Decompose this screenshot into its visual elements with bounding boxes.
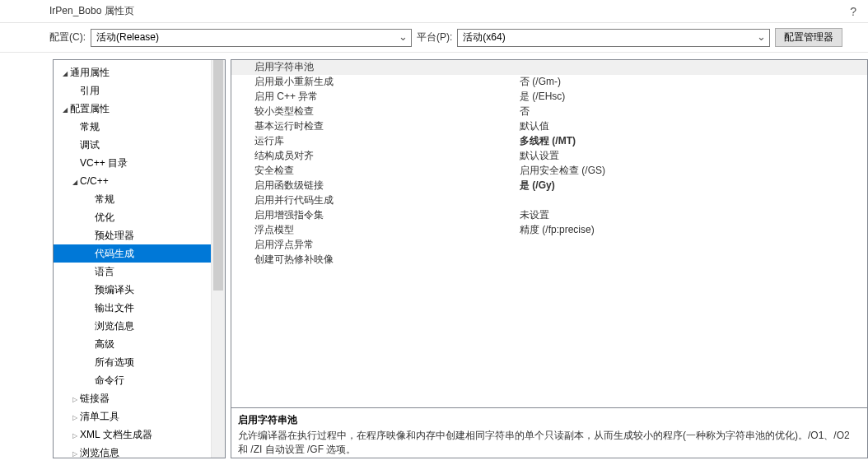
chevron-down-icon — [60, 68, 70, 77]
description-panel: 启用字符串池 允许编译器在执行过程中，在程序映像和内存中创建相同字符串的单个只读… — [231, 407, 868, 458]
property-row[interactable]: 运行库多线程 (/MT) — [231, 134, 867, 149]
property-label: 启用最小重新生成 — [231, 75, 520, 89]
config-value: 活动(Release) — [96, 30, 159, 44]
toolbar: 配置(C): 活动(Release) 平台(P): 活动(x64) 配置管理器 — [0, 23, 868, 53]
tree-vcdirs[interactable]: VC++ 目录 — [54, 154, 225, 172]
tree-scrollbar[interactable] — [211, 60, 225, 458]
property-value[interactable]: 默认设置 — [520, 149, 867, 163]
tree-ccpp-cmdline[interactable]: 命令行 — [54, 371, 225, 389]
tree-xmlgen[interactable]: XML 文档生成器 — [54, 425, 225, 444]
config-manager-button[interactable]: 配置管理器 — [775, 28, 842, 47]
property-value[interactable]: 精度 (/fp:precise) — [520, 223, 867, 237]
platform-value: 活动(x64) — [463, 30, 505, 44]
property-row[interactable]: 浮点模型精度 (/fp:precise) — [231, 223, 867, 238]
property-label: 结构成员对齐 — [231, 149, 520, 163]
tree-ccpp-general[interactable]: 常规 — [54, 190, 225, 208]
chevron-right-icon — [70, 449, 80, 458]
property-row[interactable]: 创建可热修补映像 — [231, 253, 867, 267]
property-value[interactable]: 否 (/Gm-) — [520, 75, 867, 89]
tree-linker[interactable]: 链接器 — [54, 389, 225, 407]
property-label: 基本运行时检查 — [231, 119, 520, 133]
tree-reference[interactable]: 引用 — [54, 81, 225, 100]
description-text: 允许编译器在执行过程中，在程序映像和内存中创建相同字符串的单个只读副本，从而生成… — [238, 429, 861, 457]
scrollbar-thumb[interactable] — [213, 60, 223, 291]
tree-ccpp-precomp[interactable]: 预编译头 — [54, 281, 225, 299]
property-value[interactable]: 是 (/EHsc) — [520, 90, 867, 104]
property-grid: 启用字符串池启用最小重新生成否 (/Gm-)启用 C++ 异常是 (/EHsc)… — [231, 59, 868, 407]
tree-config-props[interactable]: 配置属性 — [54, 100, 225, 118]
description-title: 启用字符串池 — [238, 413, 861, 427]
tree-ccpp[interactable]: C/C++ — [54, 172, 225, 190]
property-value[interactable]: 启用安全检查 (/GS) — [520, 164, 867, 178]
tree-panel: 通用属性 引用 配置属性 常规 调试 VC++ 目录 C/C++ 常规 优化 预… — [53, 59, 226, 458]
right-pane: 启用字符串池启用最小重新生成否 (/Gm-)启用 C++ 异常是 (/EHsc)… — [231, 59, 868, 458]
property-label: 启用 C++ 异常 — [231, 90, 520, 104]
main-area: 通用属性 引用 配置属性 常规 调试 VC++ 目录 C/C++ 常规 优化 预… — [0, 53, 868, 465]
platform-label: 平台(P): — [417, 30, 452, 44]
property-value[interactable]: 否 — [520, 105, 867, 119]
property-label: 较小类型检查 — [231, 105, 520, 119]
tree-ccpp-preproc[interactable]: 预处理器 — [54, 226, 225, 244]
tree-ccpp-lang[interactable]: 语言 — [54, 263, 225, 281]
chevron-down-icon — [70, 177, 80, 186]
property-row[interactable]: 安全检查启用安全检查 (/GS) — [231, 164, 867, 179]
property-row[interactable]: 启用函数级链接是 (/Gy) — [231, 179, 867, 193]
property-row[interactable]: 启用浮点异常 — [231, 238, 867, 253]
tree-browseinfo[interactable]: 浏览信息 — [54, 444, 225, 462]
tree-ccpp-advanced[interactable]: 高级 — [54, 335, 225, 353]
property-label: 浮点模型 — [231, 223, 520, 237]
tree-manifest[interactable]: 清单工具 — [54, 407, 225, 425]
window-title: IrPen_Bobo 属性页 — [49, 4, 134, 18]
property-label: 启用并行代码生成 — [231, 193, 520, 207]
property-label: 启用增强指令集 — [231, 208, 520, 222]
property-label: 启用字符串池 — [231, 60, 520, 74]
property-label: 运行库 — [231, 134, 520, 148]
chevron-right-icon — [70, 394, 80, 403]
nav-tree: 通用属性 引用 配置属性 常规 调试 VC++ 目录 C/C++ 常规 优化 预… — [54, 60, 225, 465]
property-value[interactable]: 未设置 — [520, 208, 867, 222]
property-label: 创建可热修补映像 — [231, 253, 520, 267]
property-row[interactable]: 启用字符串池 — [231, 60, 867, 75]
property-label: 启用浮点异常 — [231, 238, 520, 252]
property-value[interactable]: 默认值 — [520, 119, 867, 133]
tree-ccpp-codegen[interactable]: 代码生成 — [54, 244, 225, 263]
tree-general[interactable]: 常规 — [54, 118, 225, 136]
chevron-down-icon — [60, 105, 70, 114]
config-dropdown[interactable]: 活动(Release) — [91, 29, 412, 47]
tree-ccpp-browse[interactable]: 浏览信息 — [54, 317, 225, 335]
tree-debug[interactable]: 调试 — [54, 136, 225, 154]
tree-ccpp-allopts[interactable]: 所有选项 — [54, 353, 225, 371]
property-value[interactable]: 多线程 (/MT) — [520, 134, 867, 148]
help-icon[interactable]: ? — [845, 5, 861, 18]
platform-dropdown[interactable]: 活动(x64) — [457, 29, 770, 47]
tree-ccpp-optim[interactable]: 优化 — [54, 208, 225, 226]
property-row[interactable]: 启用并行代码生成 — [231, 193, 867, 208]
property-row[interactable]: 较小类型检查否 — [231, 105, 867, 119]
property-row[interactable]: 启用最小重新生成否 (/Gm-) — [231, 75, 867, 90]
tree-buildevents[interactable]: 生成事件 — [54, 462, 225, 465]
title-bar: IrPen_Bobo 属性页 ? — [0, 0, 868, 23]
tree-common-props[interactable]: 通用属性 — [54, 63, 225, 81]
tree-ccpp-output[interactable]: 输出文件 — [54, 299, 225, 317]
property-row[interactable]: 基本运行时检查默认值 — [231, 119, 867, 134]
property-row[interactable]: 启用 C++ 异常是 (/EHsc) — [231, 90, 867, 105]
property-row[interactable]: 结构成员对齐默认设置 — [231, 149, 867, 164]
config-label: 配置(C): — [49, 30, 86, 44]
chevron-right-icon — [70, 430, 80, 439]
property-label: 安全检查 — [231, 164, 520, 178]
property-label: 启用函数级链接 — [231, 179, 520, 193]
chevron-right-icon — [70, 412, 80, 421]
property-row[interactable]: 启用增强指令集未设置 — [231, 208, 867, 223]
property-value[interactable]: 是 (/Gy) — [520, 179, 867, 193]
